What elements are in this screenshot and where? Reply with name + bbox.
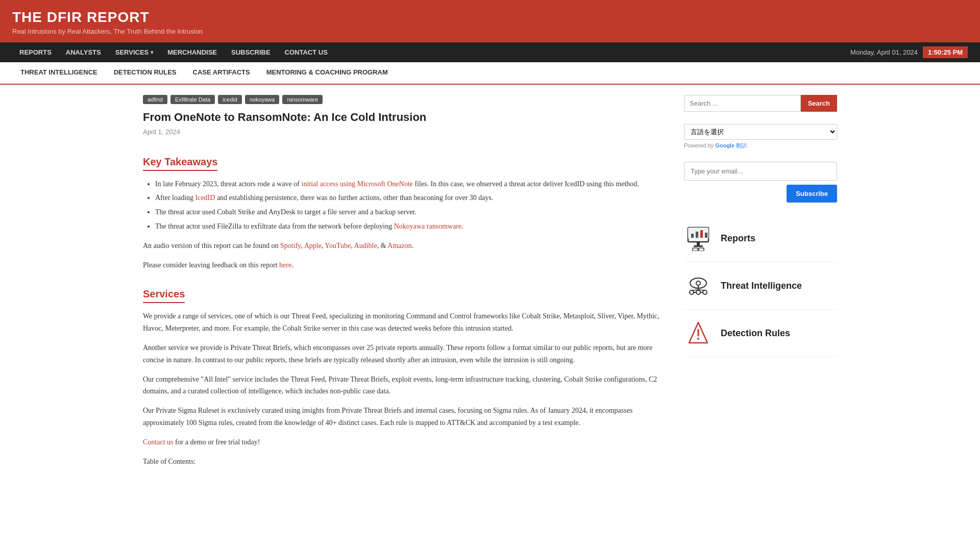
services-heading: Services [143,288,185,303]
sec-nav-case-artifacts[interactable]: CASE ARTIFACTS [185,62,258,84]
subscribe-widget: Subscribe [684,162,837,203]
google-label: Google [715,142,734,148]
search-widget: Search [684,95,837,112]
svg-rect-4 [700,230,703,238]
services-dropdown-arrow: ▾ [151,49,153,55]
toc-label: Table of Contents: [143,456,669,468]
sec-nav-mentoring[interactable]: MENTORING & COACHING PROGRAM [258,62,396,84]
search-form: Search [684,95,837,112]
tag-exfiltrate[interactable]: Exfiltrate Data [170,95,215,104]
reports-icon [684,224,713,253]
threat-intelligence-card-title: Threat Intelligence [721,281,802,291]
contact-note: Contact us for a demo or free trial toda… [143,436,669,448]
tag-icedid[interactable]: icedid [218,95,242,104]
services-para-2: Another service we provide is Private Th… [143,342,669,366]
threat-intelligence-card[interactable]: Threat Intelligence [684,262,837,310]
primary-nav: REPORTS ANALYSTS SERVICES ▾ MERCHANDISE … [0,42,980,62]
translate-select[interactable]: 言語を選択 English 日本語 Español Français Deuts… [684,124,837,140]
svg-rect-8 [693,248,698,251]
article-date: April 1, 2024 [143,128,669,136]
nav-item-subscribe[interactable]: SUBSCRIBE [224,42,278,62]
apple-link[interactable]: Apple [304,242,322,249]
tag-nokoyawa[interactable]: nokoyawa [245,95,280,104]
detection-rules-card[interactable]: Detection Rules [684,310,837,357]
nokoyawa-link[interactable]: Nokoyawa ransomware [394,222,462,230]
nav-item-reports[interactable]: REPORTS [12,42,59,62]
site-title: THE DFIR REPORT [12,9,968,26]
takeaway-3: The threat actor used Cobalt Strike and … [155,206,669,218]
article-body: Key Takeaways In late February 2023, thr… [143,146,669,468]
services-para-3: Our comprehensive "All Intel" service in… [143,373,669,398]
svg-rect-7 [694,245,703,247]
svg-point-15 [703,290,707,294]
feedback-note: Please consider leaving feedback on this… [143,259,669,271]
tag-list: adfind Exfiltrate Data icedid nokoyawa r… [143,95,669,104]
svg-rect-3 [696,232,698,238]
site-header: THE DFIR REPORT Real Intrusions by Real … [0,0,980,42]
time-badge: 1:50:25 PM [923,46,968,58]
svg-line-19 [698,290,705,290]
threat-intelligence-icon [684,271,713,300]
audio-note: An audio version of this report can be f… [143,240,669,252]
svg-rect-6 [697,242,700,245]
translate-widget: 言語を選択 English 日本語 Español Français Deuts… [684,124,837,149]
datetime-display: Monday, April 01, 2024 1:50:25 PM [850,46,968,58]
search-button[interactable]: Search [801,95,837,112]
svg-rect-9 [699,248,704,251]
subscribe-button[interactable]: Subscribe [787,185,837,203]
svg-point-14 [696,290,700,294]
secondary-nav: THREAT INTELLIGENCE DETECTION RULES CASE… [0,62,980,85]
sidebar: Search 言語を選択 English 日本語 Español Françai… [684,95,837,474]
reports-card[interactable]: Reports [684,215,837,262]
site-tagline: Real Intrusions by Real Attackers, The T… [12,28,968,35]
svg-rect-2 [691,234,694,238]
key-takeaways-list: In late February 2023, threat actors rod… [155,178,669,233]
tag-adfind[interactable]: adfind [143,95,167,104]
svg-rect-5 [705,233,707,238]
takeaway-4: The threat actor used FileZilla to exfil… [155,220,669,233]
svg-point-13 [690,290,694,294]
services-para-1: We provide a range of services, one of w… [143,310,669,335]
date-text: Monday, April 01, 2024 [850,48,918,56]
main-content: adfind Exfiltrate Data icedid nokoyawa r… [143,95,669,474]
takeaway-2: After loading IcedID and establishing pe… [155,192,669,204]
takeaway-1: In late February 2023, threat actors rod… [155,178,669,190]
svg-point-22 [697,338,699,340]
page-wrapper: adfind Exfiltrate Data icedid nokoyawa r… [133,85,847,485]
nav-item-analysts[interactable]: ANALYSTS [59,42,108,62]
icedid-link[interactable]: IcedID [195,194,215,202]
reports-card-title: Reports [721,233,755,244]
nav-item-contact[interactable]: CONTACT US [278,42,335,62]
amazon-link[interactable]: Amazon [387,242,411,249]
nav-item-services[interactable]: SERVICES ▾ [108,42,161,62]
services-para-4: Our Private Sigma Ruleset is exclusively… [143,405,669,429]
search-input[interactable] [684,95,801,112]
sec-nav-threat-intelligence[interactable]: THREAT INTELLIGENCE [12,62,106,84]
audible-link[interactable]: Audible [354,242,377,249]
article-title: From OneNote to RansomNote: An Ice Cold … [143,110,669,125]
primary-nav-links: REPORTS ANALYSTS SERVICES ▾ MERCHANDISE … [12,42,335,62]
tag-ransomware[interactable]: ransomware [282,95,323,104]
translate-label: 翻訳 [736,142,747,148]
youtube-link[interactable]: YouTube [325,242,351,249]
contact-us-link[interactable]: Contact us [143,438,174,446]
email-input[interactable] [684,162,837,181]
sec-nav-detection-rules[interactable]: DETECTION RULES [106,62,185,84]
svg-line-18 [692,290,698,290]
key-takeaways-heading: Key Takeaways [143,156,217,171]
detection-rules-card-title: Detection Rules [721,328,790,339]
translate-powered-by: Powered by Google 翻訳 [684,142,837,149]
nav-item-merchandise[interactable]: MERCHANDISE [160,42,224,62]
spotify-link[interactable]: Spotify [280,242,301,249]
feedback-link[interactable]: here [279,261,291,269]
detection-rules-icon [684,319,713,347]
svg-point-11 [696,281,700,285]
onenote-link[interactable]: initial access using Microsoft OneNote [302,180,413,188]
